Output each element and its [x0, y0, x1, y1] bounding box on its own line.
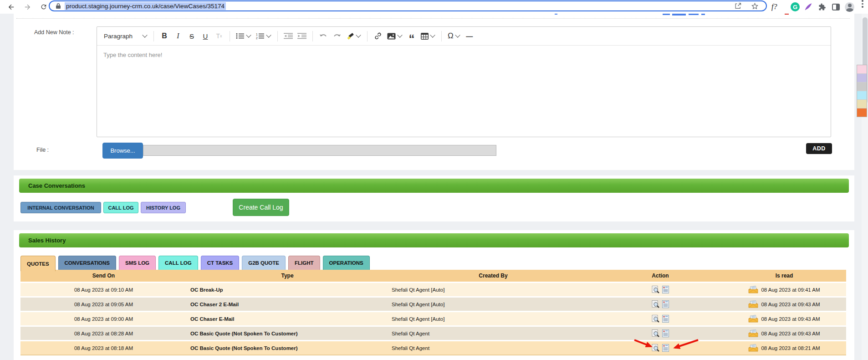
highlight-button[interactable] [345, 30, 362, 42]
is-read-text: 08 Aug 2023 at 09:41 AM [761, 287, 820, 293]
forward-button[interactable] [22, 1, 33, 12]
red-arrow-right [675, 340, 698, 348]
color-swatch[interactable] [857, 100, 867, 108]
cell-send-on: 08 Aug 2023 at 09:00 AM [20, 312, 187, 325]
cell-is-read: 08 Aug 2023 at 08:21 AM [722, 341, 846, 355]
preview-icon [652, 315, 659, 323]
tab-g2b-quote[interactable]: G2B QUOTE [242, 256, 286, 270]
horizontal-rule-button[interactable]: — [464, 30, 475, 42]
preview-quote-button[interactable] [652, 300, 659, 308]
outdent-button[interactable] [283, 30, 294, 42]
tab-operations[interactable]: OPERATIONS [323, 256, 370, 270]
history-log-button[interactable]: HISTORY LOG [141, 202, 186, 213]
add-note-label: Add New Note : [34, 29, 74, 36]
indent-icon [297, 33, 306, 39]
undo-button[interactable] [318, 30, 329, 42]
color-swatch-palette [857, 65, 867, 117]
quill-extension-button[interactable] [804, 0, 813, 14]
editor-content-area[interactable]: Type the content here! [97, 46, 831, 64]
url-bar[interactable]: product.staging.journey-crm.co.uk/case/V… [49, 0, 767, 11]
quote-details-button[interactable] [662, 315, 669, 323]
table-row: 08 Aug 2023 at 09:00 AM OC Chaser E-Mail… [20, 312, 846, 325]
is-read-text: 08 Aug 2023 at 08:21 AM [761, 345, 820, 351]
outdent-icon [284, 33, 293, 39]
table-row: 08 Aug 2023 at 09:10 AM OC Break-Up Shef… [20, 283, 846, 296]
tab-flight[interactable]: FLIGHT [288, 256, 320, 270]
sales-history-tabs: QUOTES CONVERSATIONS SMS LOG CALL LOG CT… [20, 256, 370, 270]
bulleted-list-button[interactable] [235, 30, 252, 42]
color-swatch[interactable] [857, 82, 867, 91]
color-swatch[interactable] [857, 108, 867, 117]
color-swatch[interactable] [857, 65, 867, 74]
blockquote-button[interactable]: “ [406, 30, 417, 42]
table-row-highlighted: 08 Aug 2023 at 08:18 AM OC Basic Quote (… [20, 341, 846, 355]
tab-quotes[interactable]: QUOTES [20, 256, 56, 271]
color-swatch[interactable] [857, 74, 867, 82]
file-input-field[interactable] [143, 145, 496, 156]
quill-icon [804, 2, 813, 11]
case-conversations-panel: Case Conversations INTERNAL CONVERSATION… [14, 175, 854, 221]
chevron-down-icon [266, 32, 271, 37]
url-text: product.staging.journey-crm.co.uk/case/V… [65, 2, 226, 10]
grammarly-icon: G [791, 2, 800, 11]
share-button[interactable] [734, 2, 742, 10]
color-swatch[interactable] [857, 91, 867, 100]
numbered-list-button[interactable]: 12 [255, 30, 272, 42]
browser-menu-button[interactable] [862, 0, 863, 14]
browse-button[interactable]: Browse... [102, 143, 143, 159]
col-header-created-by: Created By [388, 270, 598, 282]
insert-table-button[interactable] [420, 30, 436, 42]
extensions-button[interactable] [817, 0, 826, 14]
call-log-button[interactable]: CALL LOG [103, 202, 138, 213]
paragraph-dropdown[interactable]: Paragraph [103, 30, 148, 42]
scrollbar-track[interactable] [862, 12, 868, 360]
insert-image-button[interactable] [386, 30, 403, 42]
cell-is-read: 08 Aug 2023 at 09:43 AM [722, 298, 846, 311]
profile-button[interactable] [845, 0, 854, 14]
star-icon [751, 2, 759, 10]
italic-button[interactable]: I [173, 30, 184, 42]
indent-button[interactable] [296, 30, 307, 42]
cell-send-on: 08 Aug 2023 at 09:10 AM [20, 283, 187, 296]
strikethrough-button[interactable]: S [186, 30, 197, 42]
quote-details-button[interactable] [662, 286, 669, 293]
special-character-button[interactable]: Ω [447, 30, 461, 42]
tab-sms-log[interactable]: SMS LOG [119, 256, 156, 270]
underline-button[interactable]: U [200, 30, 211, 42]
editor-placeholder: Type the content here! [103, 51, 162, 58]
bold-button[interactable]: B [159, 30, 170, 42]
highlight-pen-icon [346, 32, 354, 40]
quote-details-button[interactable] [662, 329, 669, 337]
tab-ct-tasks[interactable]: CT TASKS [201, 256, 240, 270]
redo-button[interactable] [332, 30, 342, 42]
tab-call-log[interactable]: CALL LOG [158, 256, 198, 270]
preview-quote-button[interactable] [652, 286, 659, 293]
is-read-text: 08 Aug 2023 at 09:43 AM [761, 316, 820, 322]
envelope-icon [748, 300, 758, 308]
preview-quote-button[interactable] [652, 315, 659, 323]
remove-format-button[interactable]: Tx [214, 30, 225, 42]
fn-extension-button[interactable]: f? [771, 0, 777, 14]
sales-history-title: Sales History [28, 237, 66, 244]
link-button[interactable] [373, 30, 383, 42]
table-row: 08 Aug 2023 at 08:28 AM OC Basic Quote (… [20, 327, 846, 340]
cell-is-read: 08 Aug 2023 at 09:43 AM [722, 327, 846, 340]
preview-quote-button[interactable] [652, 329, 659, 337]
internal-conversation-button[interactable]: INTERNAL CONVERSATION [20, 202, 101, 213]
reload-button[interactable] [38, 1, 49, 12]
cell-created-by: Shefali Qt Agent [388, 341, 598, 355]
create-call-log-button[interactable]: Create Call Log [233, 199, 289, 216]
add-button[interactable]: ADD [806, 143, 832, 154]
cell-type: OC Chaser 2 E-Mail [187, 298, 388, 311]
reload-icon [40, 3, 47, 10]
grammarly-extension-button[interactable]: G [791, 0, 800, 14]
paragraph-dropdown-label: Paragraph [104, 33, 133, 40]
side-panel-button[interactable] [832, 0, 840, 14]
bookmark-star-button[interactable] [751, 2, 759, 10]
browser-chrome: product.staging.journey-crm.co.uk/case/V… [0, 0, 868, 14]
quote-details-button[interactable] [662, 300, 669, 308]
cell-created-by: Shefali Qt Agent [Auto] [388, 298, 598, 311]
tab-conversations[interactable]: CONVERSATIONS [58, 256, 116, 270]
cell-type: OC Basic Quote (Not Spoken To Customer) [187, 327, 388, 340]
back-button[interactable] [5, 1, 16, 12]
